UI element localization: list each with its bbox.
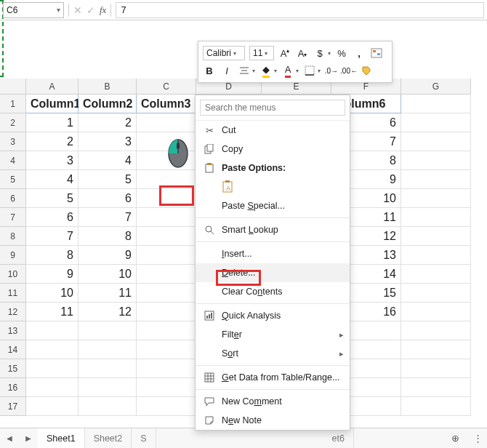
data-cell[interactable]: [137, 170, 196, 189]
menu-item-quick-analysis[interactable]: Quick Analysis: [196, 306, 350, 325]
row-header[interactable]: 7: [0, 208, 26, 227]
tab-sheet-s[interactable]: S: [132, 428, 156, 449]
data-cell[interactable]: 8: [26, 246, 79, 265]
data-cell[interactable]: 10: [26, 284, 79, 303]
data-cell[interactable]: [401, 151, 471, 170]
row-header[interactable]: 6: [0, 189, 26, 208]
data-cell[interactable]: 2: [26, 132, 79, 151]
percent-format-icon[interactable]: %: [335, 47, 348, 60]
data-cell[interactable]: [79, 397, 137, 416]
data-cell[interactable]: [26, 397, 79, 416]
data-cell[interactable]: [401, 321, 471, 340]
data-cell[interactable]: [401, 265, 471, 284]
add-sheet-button[interactable]: ⊕: [443, 433, 468, 444]
data-cell[interactable]: [137, 359, 196, 378]
data-cell[interactable]: 6: [26, 208, 79, 227]
data-cell[interactable]: [401, 227, 471, 246]
data-cell[interactable]: [401, 284, 471, 303]
tab-sheet1[interactable]: Sheet1: [38, 428, 85, 449]
data-cell[interactable]: 3: [26, 151, 79, 170]
dropdown-icon[interactable]: ▾: [328, 50, 331, 57]
data-cell[interactable]: 12: [79, 303, 137, 321]
data-cell[interactable]: [137, 113, 196, 132]
data-cell[interactable]: 9: [26, 265, 79, 284]
data-cell[interactable]: [137, 265, 196, 284]
menu-item-get-data[interactable]: Get Data from Table/Range...: [196, 368, 350, 387]
data-cell[interactable]: [137, 321, 196, 340]
select-all-corner[interactable]: [0, 79, 26, 95]
menu-item-delete[interactable]: Delete...: [196, 263, 350, 282]
menu-item-copy[interactable]: Copy: [196, 140, 350, 159]
data-cell[interactable]: 3: [79, 132, 137, 151]
row-header[interactable]: 17: [0, 397, 26, 416]
data-cell[interactable]: [401, 378, 471, 397]
chevron-down-icon[interactable]: ▾: [233, 50, 236, 57]
data-cell[interactable]: [137, 208, 196, 227]
data-cell[interactable]: [401, 303, 471, 321]
name-box[interactable]: C6 ▾: [3, 2, 64, 18]
data-cell[interactable]: [401, 113, 471, 132]
formula-bar[interactable]: 7: [116, 2, 484, 18]
data-cell[interactable]: [401, 397, 471, 416]
row-header[interactable]: 16: [0, 378, 26, 397]
data-cell[interactable]: 11: [79, 284, 137, 303]
data-cell[interactable]: [401, 246, 471, 265]
row-header[interactable]: 14: [0, 340, 26, 359]
increase-font-icon[interactable]: A▴: [278, 47, 291, 60]
data-cell[interactable]: 10: [79, 265, 137, 284]
tab-nav-prev[interactable]: ◄: [0, 428, 19, 449]
row-header[interactable]: 10: [0, 265, 26, 284]
data-cell[interactable]: [79, 359, 137, 378]
row-header[interactable]: 2: [0, 113, 26, 132]
fill-color-icon[interactable]: ◆: [259, 64, 273, 77]
chevron-down-icon[interactable]: ▾: [57, 6, 60, 14]
data-cell[interactable]: [26, 321, 79, 340]
data-cell[interactable]: 9: [79, 246, 137, 265]
data-cell[interactable]: [137, 227, 196, 246]
font-name-select[interactable]: Calibri ▾: [203, 46, 245, 60]
row-header[interactable]: 3: [0, 132, 26, 151]
dropdown-icon[interactable]: ▾: [318, 68, 321, 74]
menu-item-insert[interactable]: Insert...: [196, 244, 350, 263]
header-cell[interactable]: Column1: [26, 95, 79, 113]
data-cell[interactable]: 5: [26, 189, 79, 208]
menu-item-cut[interactable]: ✂ Cut: [196, 121, 350, 140]
col-header-B[interactable]: B: [79, 79, 137, 95]
data-cell[interactable]: 2: [79, 113, 137, 132]
format-painter-icon[interactable]: [360, 64, 373, 77]
comma-format-icon[interactable]: ,: [353, 47, 366, 60]
data-cell[interactable]: 11: [26, 303, 79, 321]
decrease-font-icon[interactable]: A▾: [296, 47, 309, 60]
bold-icon[interactable]: B: [203, 64, 216, 77]
data-cell[interactable]: [137, 189, 196, 208]
col-header-C[interactable]: C: [137, 79, 196, 95]
confirm-icon[interactable]: ✓: [86, 4, 95, 16]
menu-item-clear-contents[interactable]: Clear Contents: [196, 282, 350, 301]
col-header-G[interactable]: G: [401, 79, 471, 95]
row-header[interactable]: 13: [0, 321, 26, 340]
dropdown-icon[interactable]: ▾: [252, 68, 255, 74]
data-cell[interactable]: [401, 340, 471, 359]
tab-sheet2[interactable]: Sheet2: [85, 428, 132, 449]
header-cell[interactable]: [401, 95, 471, 113]
menu-item-paste-special[interactable]: Paste Special...: [196, 196, 350, 215]
data-cell[interactable]: [401, 189, 471, 208]
borders-icon[interactable]: [303, 64, 316, 77]
data-cell[interactable]: 4: [79, 151, 137, 170]
data-cell[interactable]: [401, 170, 471, 189]
data-cell[interactable]: [401, 359, 471, 378]
data-cell[interactable]: [26, 340, 79, 359]
data-cell[interactable]: [137, 246, 196, 265]
row-header[interactable]: 1: [0, 95, 26, 113]
row-header[interactable]: 15: [0, 359, 26, 378]
tab-more-icon[interactable]: ⋮: [468, 428, 487, 449]
data-cell[interactable]: 6: [79, 189, 137, 208]
conditional-format-icon[interactable]: [370, 47, 383, 60]
header-cell[interactable]: Column2: [79, 95, 137, 113]
menu-item-new-comment[interactable]: New Comment: [196, 392, 350, 411]
row-header[interactable]: 9: [0, 246, 26, 265]
data-cell[interactable]: 1: [26, 113, 79, 132]
tab-sheet-et6[interactable]: et6: [323, 428, 354, 449]
data-cell[interactable]: [26, 378, 79, 397]
chevron-down-icon[interactable]: ▾: [265, 50, 267, 57]
